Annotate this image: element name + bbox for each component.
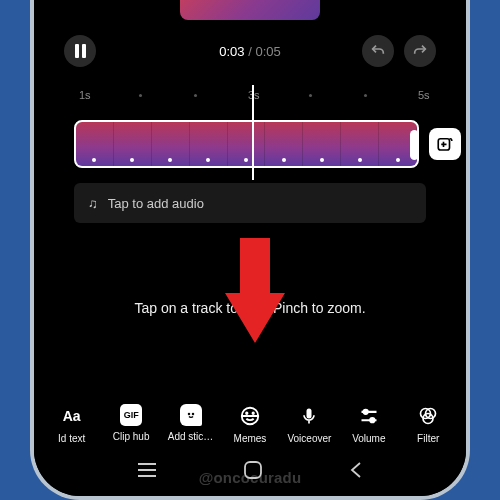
ruler-label: 5s	[418, 89, 430, 101]
add-audio-label: Tap to add audio	[108, 196, 204, 211]
tool-add-sticker[interactable]: Add stic…	[162, 404, 220, 444]
hint-text: Tap on a track to trim. Pinch to zoom.	[34, 300, 466, 316]
add-clip-icon	[436, 135, 454, 153]
tool-label: Voiceover	[287, 433, 331, 444]
tool-label: Id text	[58, 433, 85, 444]
redo-icon	[412, 43, 428, 59]
tool-label: Filter	[417, 433, 439, 444]
svg-point-8	[370, 418, 374, 422]
svg-point-1	[188, 414, 189, 415]
svg-point-4	[246, 413, 247, 414]
pause-button[interactable]	[64, 35, 96, 67]
undo-button[interactable]	[362, 35, 394, 67]
ruler-tick	[139, 94, 142, 97]
pause-icon	[75, 44, 86, 58]
recents-button[interactable]	[137, 462, 157, 482]
video-preview-thumb[interactable]	[180, 0, 320, 20]
phone-frame: 0:03 / 0:05 1s 3s 5s	[30, 0, 470, 500]
tool-clip-hub[interactable]: GIF Clip hub	[102, 404, 160, 444]
playback-controls: 0:03 / 0:05	[34, 35, 466, 67]
ruler-label: 1s	[79, 89, 91, 101]
music-note-icon: ♫	[88, 196, 98, 211]
bottom-toolbar: Aa Id text GIF Clip hub Add stic… Memes	[34, 404, 466, 444]
svg-point-2	[192, 414, 193, 415]
memes-icon	[238, 404, 262, 428]
home-button[interactable]	[243, 460, 263, 484]
tool-label: Memes	[234, 433, 267, 444]
system-nav-bar	[34, 460, 466, 484]
gif-icon: GIF	[120, 404, 142, 426]
ruler-tick	[364, 94, 367, 97]
total-time: 0:05	[255, 44, 280, 59]
add-clip-button[interactable]	[429, 128, 461, 160]
tool-filter[interactable]: Filter	[399, 404, 457, 444]
add-audio-button[interactable]: ♫ Tap to add audio	[74, 183, 426, 223]
timeline-ruler: 1s 3s 5s	[34, 85, 466, 105]
ruler-tick	[309, 94, 312, 97]
tool-id-text[interactable]: Aa Id text	[43, 404, 101, 444]
tool-label: Clip hub	[113, 431, 150, 442]
ruler-tick	[194, 94, 197, 97]
editor-screen: 0:03 / 0:05 1s 3s 5s	[34, 0, 466, 496]
tool-volume[interactable]: Volume	[340, 404, 398, 444]
svg-rect-12	[245, 462, 261, 478]
tool-memes[interactable]: Memes	[221, 404, 279, 444]
tool-label: Volume	[352, 433, 385, 444]
text-icon: Aa	[60, 404, 84, 428]
filter-icon	[416, 404, 440, 428]
tool-label: Add stic…	[168, 431, 214, 442]
playhead[interactable]	[252, 85, 254, 180]
tool-voiceover[interactable]: Voiceover	[280, 404, 338, 444]
video-clip[interactable]	[74, 120, 419, 168]
current-time: 0:03	[219, 44, 244, 59]
svg-point-7	[363, 410, 367, 414]
undo-icon	[370, 43, 386, 59]
svg-rect-6	[307, 409, 312, 419]
sticker-icon	[180, 404, 202, 426]
sliders-icon	[357, 404, 381, 428]
time-display: 0:03 / 0:05	[219, 44, 280, 59]
microphone-icon	[297, 404, 321, 428]
back-button[interactable]	[349, 461, 363, 483]
svg-point-5	[252, 413, 253, 414]
clip-trim-handle[interactable]	[410, 130, 419, 160]
redo-button[interactable]	[404, 35, 436, 67]
